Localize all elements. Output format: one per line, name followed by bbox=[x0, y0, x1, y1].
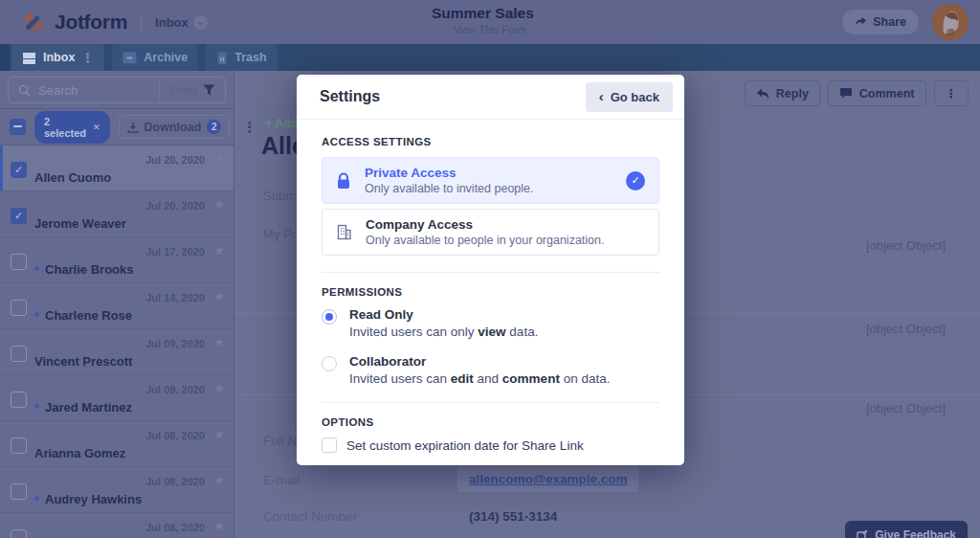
list-item-name: Arianna Gomez bbox=[34, 446, 125, 460]
list-item[interactable]: Jul 09, 2020 ★ Vincent Prescott bbox=[0, 329, 234, 375]
section-divider bbox=[322, 272, 659, 273]
search-placeholder: Search bbox=[38, 83, 78, 98]
clear-selection-icon[interactable]: ✕ bbox=[93, 123, 100, 132]
settings-title: Settings bbox=[320, 88, 380, 105]
row-checkbox[interactable] bbox=[11, 529, 27, 538]
view-this-form-link[interactable]: View This Form bbox=[432, 24, 548, 35]
private-access-desc: Only available to invited people. bbox=[365, 182, 534, 195]
star-icon[interactable]: ★ bbox=[213, 289, 225, 303]
list-item[interactable]: Jul 09, 2020 ★ Jared Martinez bbox=[0, 375, 234, 421]
list-item-name: Charlene Rose bbox=[45, 308, 132, 323]
jotform-logo-text: Jotform bbox=[55, 11, 127, 34]
list-item[interactable]: Jul 14, 2020 ★ Charlene Rose bbox=[0, 283, 234, 329]
avatar[interactable] bbox=[932, 4, 969, 40]
share-button[interactable]: Share bbox=[842, 10, 919, 34]
download-button[interactable]: Download 2 bbox=[119, 115, 231, 139]
settings-modal-body: ACCESS SETTINGS Private Access Only avai… bbox=[297, 120, 684, 453]
search-icon bbox=[18, 84, 31, 97]
feedback-label: Give Feedback bbox=[875, 528, 956, 538]
read-only-desc: Invited users can only view data. bbox=[349, 325, 538, 339]
download-label: Download bbox=[145, 121, 202, 134]
field-value-text: allencomo@example.com bbox=[469, 472, 627, 486]
product-switcher[interactable]: Inbox ⌄ bbox=[155, 15, 208, 30]
row-checkbox[interactable] bbox=[11, 437, 27, 454]
star-icon[interactable]: ★ bbox=[213, 427, 225, 441]
collaborator-desc: Invited users can edit and comment on da… bbox=[349, 371, 610, 386]
row-checkbox[interactable] bbox=[11, 208, 27, 224]
list-item[interactable]: Jul 20, 2020 ★ Allen Cuomo bbox=[0, 146, 234, 191]
tab-trash[interactable]: Trash bbox=[206, 44, 277, 71]
unread-dot bbox=[34, 496, 39, 501]
row-checkbox[interactable] bbox=[11, 483, 27, 500]
star-icon[interactable]: ★ bbox=[213, 519, 225, 533]
list-item[interactable]: Jul 20, 2020 ★ Jerome Weaver bbox=[0, 191, 234, 237]
select-all-checkbox[interactable] bbox=[10, 119, 26, 135]
star-icon[interactable]: ★ bbox=[213, 197, 225, 212]
submission-list: Jul 20, 2020 ★ Allen Cuomo Jul 20, 2020 … bbox=[0, 146, 234, 538]
field-value[interactable]: allencomo@example.com bbox=[457, 466, 638, 492]
header-divider bbox=[141, 12, 142, 32]
list-item-date: Jul 17, 2020 bbox=[145, 246, 205, 258]
field-value[interactable]: (314) 551-3134 bbox=[469, 509, 557, 524]
list-item[interactable]: Jul 17, 2020 ★ Charlie Brooks bbox=[0, 237, 234, 283]
section-divider bbox=[322, 402, 659, 403]
list-item[interactable]: Jul 08, 2020 ★ Audrey Hawkins bbox=[0, 467, 234, 513]
tab-archive-label: Archive bbox=[144, 51, 188, 64]
search-input[interactable]: Search bbox=[9, 83, 159, 98]
star-icon[interactable]: ★ bbox=[213, 335, 225, 349]
chevron-down-icon: ⌄ bbox=[540, 8, 548, 20]
selected-count-label: 2 selected bbox=[44, 116, 86, 139]
read-only-title: Read Only bbox=[349, 307, 538, 322]
inbox-tab-bar: Inbox ⋮ Archive Trash bbox=[0, 44, 980, 71]
list-item-date: Jul 14, 2020 bbox=[145, 292, 205, 303]
private-access-title: Private Access bbox=[365, 166, 534, 180]
sidebar-more-menu-icon[interactable]: ⋮ bbox=[238, 119, 260, 136]
list-item-name: Vincent Prescott bbox=[34, 354, 132, 369]
go-back-button[interactable]: ‹ Go back bbox=[586, 82, 673, 112]
list-item[interactable]: Jul 08, 2020 ★ Arianna Gomez bbox=[0, 421, 234, 467]
star-icon[interactable]: ★ bbox=[213, 243, 225, 258]
selected-check-icon: ✓ bbox=[626, 171, 645, 191]
row-checkbox[interactable] bbox=[11, 162, 27, 178]
filter-button[interactable]: Filter bbox=[159, 78, 225, 102]
row-checkbox[interactable] bbox=[11, 254, 27, 270]
expiration-option[interactable]: Set custom expiration date for Share Lin… bbox=[322, 437, 659, 453]
jotform-logo[interactable]: Jotform bbox=[21, 11, 127, 34]
give-feedback-button[interactable]: Give Feedback bbox=[845, 521, 968, 538]
star-icon[interactable]: ★ bbox=[213, 381, 225, 395]
private-access-option[interactable]: Private Access Only available to invited… bbox=[322, 157, 659, 204]
radio-unselected[interactable] bbox=[322, 356, 337, 371]
options-heading: OPTIONS bbox=[322, 416, 659, 428]
settings-modal: Settings ‹ Go back ACCESS SETTINGS Priva… bbox=[297, 75, 684, 465]
collaborator-option[interactable]: Collaborator Invited users can edit and … bbox=[322, 354, 659, 386]
company-access-option[interactable]: Company Access Only available to people … bbox=[322, 209, 659, 256]
list-item-date: Jul 09, 2020 bbox=[145, 338, 205, 349]
read-only-option[interactable]: Read Only Invited users can only view da… bbox=[322, 307, 659, 339]
expiration-checkbox[interactable] bbox=[322, 437, 337, 453]
selected-count-badge[interactable]: 2 selected ✕ bbox=[34, 111, 110, 144]
unread-dot bbox=[34, 404, 39, 409]
list-item-date: Jul 20, 2020 bbox=[145, 154, 205, 166]
row-checkbox[interactable] bbox=[11, 392, 27, 408]
list-item-date: Jul 08, 2020 bbox=[145, 430, 205, 441]
settings-modal-header: Settings ‹ Go back bbox=[297, 75, 684, 120]
star-icon[interactable]: ★ bbox=[213, 473, 225, 487]
inbox-tray-icon bbox=[22, 52, 36, 64]
search-row: Search Filter bbox=[0, 71, 234, 109]
tab-inbox[interactable]: Inbox ⋮ bbox=[11, 44, 104, 71]
row-checkbox[interactable] bbox=[11, 346, 27, 362]
form-title[interactable]: Summer Sales bbox=[432, 5, 534, 22]
building-icon bbox=[336, 224, 352, 240]
list-item-date: Jul 09, 2020 bbox=[145, 384, 205, 395]
star-icon[interactable]: ★ bbox=[213, 151, 225, 166]
row-checkbox[interactable] bbox=[11, 300, 27, 316]
list-item[interactable]: Jul 08, 2020 ★ Leslie Ortiz bbox=[0, 513, 234, 538]
tab-trash-label: Trash bbox=[234, 51, 266, 64]
company-access-title: Company Access bbox=[366, 217, 604, 232]
product-switcher-label: Inbox bbox=[155, 15, 189, 30]
tab-archive[interactable]: Archive bbox=[112, 44, 198, 71]
tab-inbox-menu-icon[interactable]: ⋮ bbox=[81, 51, 94, 65]
feedback-pencil-icon bbox=[857, 529, 868, 538]
permissions-heading: PERMISSIONS bbox=[322, 286, 659, 298]
radio-selected[interactable] bbox=[322, 309, 337, 325]
